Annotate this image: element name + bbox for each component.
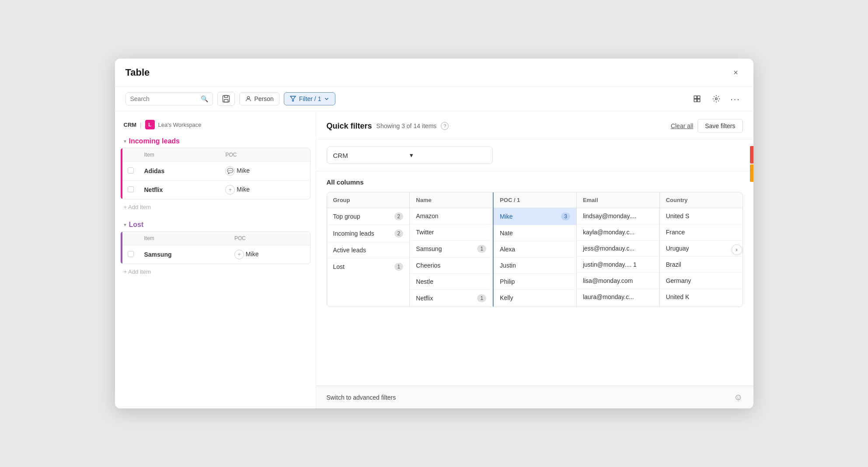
column-item[interactable]: Amazon	[410, 208, 492, 224]
column-item[interactable]: Top group 2	[327, 208, 410, 225]
column-item[interactable]: lisa@monday.com	[577, 273, 659, 289]
column-item[interactable]: kayla@monday.c...	[577, 224, 659, 240]
count-badge: 1	[394, 263, 404, 271]
red-indicator	[750, 146, 753, 164]
save-view-button[interactable]	[217, 92, 235, 106]
poc-value: 💬 Mike	[220, 162, 310, 181]
separator: |	[140, 122, 141, 128]
svg-rect-8	[697, 99, 700, 102]
column-item[interactable]: Alexa	[494, 241, 576, 258]
lost-mini-table: Item POC Samsung + Mike	[122, 232, 310, 264]
column-item[interactable]: Kelly	[494, 290, 576, 306]
column-item[interactable]: Germany	[660, 273, 743, 289]
add-item-incoming[interactable]: + Add Item	[115, 199, 316, 215]
add-item-lost[interactable]: + Add Item	[115, 264, 316, 279]
count-badge: 3	[561, 213, 570, 220]
person-icon	[245, 95, 252, 102]
add-icon[interactable]: +	[225, 185, 235, 195]
toolbar: 🔍 Person Filter / 1 ···	[115, 87, 753, 111]
group-header-incoming-leads[interactable]: ▾ Incoming leads	[115, 135, 316, 148]
feedback-smiley-button[interactable]: ☺	[734, 392, 743, 402]
item-label: Germany	[666, 277, 691, 284]
column-item[interactable]: Brazil	[660, 257, 743, 273]
item-label: Amazon	[416, 213, 438, 220]
search-box[interactable]: 🔍	[125, 92, 213, 105]
svg-rect-7	[694, 99, 697, 102]
item-label: Kelly	[500, 294, 513, 301]
crm-dropdown-value: CRM	[333, 152, 410, 159]
column-item[interactable]: United K	[660, 289, 743, 305]
column-item[interactable]: Nate	[494, 225, 576, 241]
columns-grid: Group Top group 2 Incoming leads 2 Activ…	[327, 192, 743, 307]
switch-advanced-button[interactable]: Switch to advanced filters	[327, 394, 396, 401]
column-item[interactable]: Justin	[494, 258, 576, 274]
table-row: Samsung + Mike	[122, 245, 310, 264]
incoming-leads-mini-table: Item POC Adidas 💬 Mike	[122, 148, 310, 199]
quick-filters-header: Quick filters Showing 3 of 14 items ? Cl…	[316, 111, 753, 139]
modal-title: Table	[125, 67, 729, 78]
group-name-incoming-leads: Incoming leads	[129, 137, 180, 145]
filter-button[interactable]: Filter / 1	[284, 92, 336, 105]
layout-button[interactable]	[690, 91, 704, 106]
table-row: Netflix + Mike	[122, 181, 310, 199]
column-item[interactable]: Twitter	[410, 224, 492, 240]
row-checkbox[interactable]	[128, 251, 134, 257]
scroll-right-button[interactable]: ›	[732, 244, 742, 255]
count-badge: 1	[477, 245, 486, 253]
item-label: Nate	[500, 230, 513, 237]
column-item[interactable]: justin@monday.... 1	[577, 257, 659, 273]
save-filters-button[interactable]: Save filters	[697, 119, 743, 133]
column-group-country: Country United S France Uruguay Brazil G…	[660, 192, 743, 307]
item-label: jess@mondauy.c...	[583, 245, 634, 252]
column-item[interactable]: Samsung 1	[410, 240, 492, 258]
help-icon[interactable]: ?	[441, 122, 449, 130]
search-input[interactable]	[130, 95, 198, 102]
bottom-bar: Switch to advanced filters ☺	[316, 386, 753, 408]
add-poc-icon[interactable]: +	[234, 250, 244, 259]
column-group-email: Email lindsay@monday.... kayla@monday.c.…	[577, 192, 660, 307]
column-item[interactable]: France	[660, 224, 743, 240]
side-indicators	[750, 146, 753, 182]
item-label: Samsung	[416, 245, 442, 252]
column-group-poc: POC / 1 Mike 3 Nate Alexa Justin Philip …	[493, 192, 577, 307]
column-header-group: Group	[327, 192, 410, 208]
svg-marker-4	[290, 96, 296, 101]
column-item[interactable]: laura@monday.c...	[577, 289, 659, 305]
close-button[interactable]: ×	[729, 66, 743, 80]
orange-indicator	[750, 164, 753, 182]
column-item[interactable]: Netflix 1	[410, 290, 492, 307]
group-header-lost[interactable]: ▾ Lost	[115, 218, 316, 231]
column-item[interactable]: jess@mondauy.c...	[577, 240, 659, 257]
column-item[interactable]: Lost 1	[327, 258, 410, 275]
columns-section: All columns Group Top group 2 Incoming l…	[316, 171, 753, 386]
column-item[interactable]: lindsay@monday....	[577, 208, 659, 224]
poc-col-header-2: POC	[229, 232, 310, 245]
row-checkbox[interactable]	[128, 186, 134, 192]
column-item-mike[interactable]: Mike 3	[494, 208, 576, 225]
row-checkbox[interactable]	[128, 167, 134, 174]
column-item[interactable]: United S	[660, 208, 743, 224]
item-col-header-1: Item	[139, 148, 220, 162]
item-label: United K	[666, 293, 690, 300]
column-item[interactable]: Cheerios	[410, 258, 492, 274]
item-label: lisa@monday.com	[583, 277, 633, 284]
person-filter-button[interactable]: Person	[239, 92, 279, 105]
item-label: lindsay@monday....	[583, 213, 636, 220]
clear-all-button[interactable]: Clear all	[671, 122, 693, 129]
chat-icon[interactable]: 💬	[225, 166, 235, 176]
column-item[interactable]: Active leads	[327, 242, 410, 258]
column-item[interactable]: Incoming leads 2	[327, 225, 410, 242]
more-button[interactable]: ···	[728, 91, 743, 106]
column-item[interactable]: Philip	[494, 274, 576, 290]
svg-rect-5	[694, 96, 697, 98]
column-item[interactable]: Nestle	[410, 274, 492, 290]
filter-chevron-icon	[324, 96, 330, 102]
workspace-name: Lea's Workspace	[158, 122, 202, 128]
svg-point-3	[247, 97, 249, 99]
columns-wrapper: Group Top group 2 Incoming leads 2 Activ…	[327, 192, 743, 307]
crm-dropdown[interactable]: CRM ▾	[327, 146, 493, 164]
column-item[interactable]: Uruguay	[660, 240, 743, 257]
item-label: Active leads	[333, 247, 366, 254]
item-label: Alexa	[500, 246, 515, 253]
settings-button[interactable]	[709, 91, 724, 106]
